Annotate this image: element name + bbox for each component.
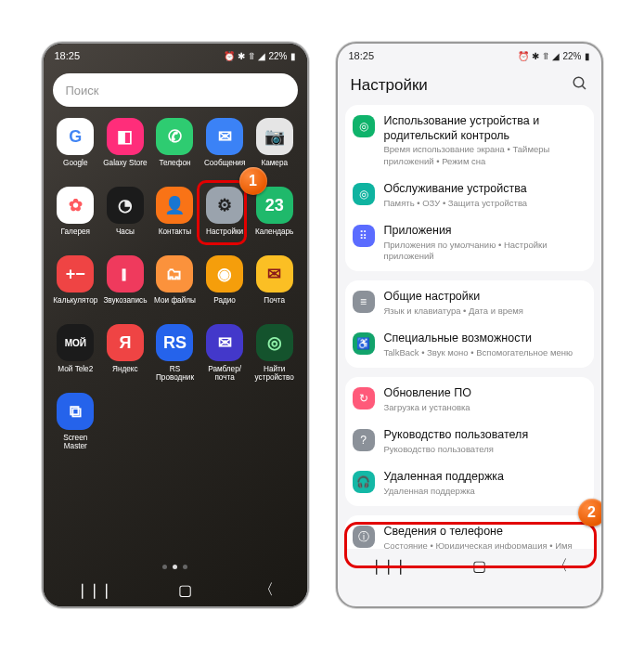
settings-item-icon: ≡ xyxy=(353,291,375,313)
settings-item-subtitle: Состояние • Юридическая информация • Имя… xyxy=(384,540,585,549)
settings-item-icon: ◎ xyxy=(353,115,375,137)
app-icon: 📷 xyxy=(256,118,293,155)
phone-home-screen: 18:25 ⏰ ✱ ⥣ ◢ 22% ▮ Поиск GGoogle◧Galaxy… xyxy=(42,42,309,608)
app-label: Мои файлы xyxy=(154,296,196,313)
app-label: Почта xyxy=(264,296,285,313)
app-почта[interactable]: ✉Почта xyxy=(250,252,300,315)
app-яндекс[interactable]: ЯЯндекс xyxy=(100,320,150,384)
app-label: Телефон xyxy=(160,159,191,176)
settings-item[interactable]: 🎧Удаленная поддержкаУдаленная поддержка xyxy=(345,462,594,504)
settings-item-subtitle: TalkBack • Звук моно • Вспомогательное м… xyxy=(384,347,585,358)
settings-item-subtitle: Время использование экрана • Таймеры при… xyxy=(384,144,585,167)
callout-1-badge: 1 xyxy=(239,167,267,195)
app-label: Календарь xyxy=(255,228,293,244)
android-navbar: ❘❘❘ ▢ 〈 xyxy=(44,573,307,606)
app-icon: RS xyxy=(156,324,193,361)
app-label: RS Проводник xyxy=(150,365,199,382)
settings-item-icon: ↻ xyxy=(353,387,375,410)
settings-item-icon: ? xyxy=(353,429,375,451)
settings-item-icon: ♿ xyxy=(353,332,375,355)
app-screen-master[interactable]: ⧉Screen Master xyxy=(51,389,101,452)
battery-percent: 22% xyxy=(268,51,287,61)
app-сообщения[interactable]: ✉Сообщения xyxy=(200,114,250,177)
bluetooth-icon: ✱ xyxy=(238,51,245,61)
settings-list[interactable]: ◎Использование устройства и родительский… xyxy=(338,105,601,549)
alarm-icon: ⏰ xyxy=(518,51,529,61)
settings-item-subtitle: Удаленная поддержка xyxy=(384,486,585,497)
app-радио[interactable]: ◉Радио xyxy=(200,252,250,315)
settings-item[interactable]: ?Руководство пользователяРуководство пол… xyxy=(345,421,594,462)
search-placeholder: Поиск xyxy=(66,84,99,98)
settings-item-title: Обслуживание устройства xyxy=(384,182,585,197)
app-icon: МОЙ xyxy=(57,324,94,361)
app-часы[interactable]: ◔Часы xyxy=(100,183,150,246)
app-найти-устройство[interactable]: ◎Найти устройство xyxy=(250,320,300,384)
settings-item[interactable]: ≡Общие настройкиЯзык и клавиатура • Дата… xyxy=(345,282,594,324)
svg-point-0 xyxy=(573,77,584,87)
settings-item-title: Удаленная поддержка xyxy=(384,470,585,485)
settings-item-subtitle: Память • ОЗУ • Защита устройства xyxy=(384,198,585,209)
app-галерея[interactable]: ✿Галерея xyxy=(51,183,101,246)
app-label: Звукозапись xyxy=(103,296,147,313)
back-button[interactable]: 〈 xyxy=(553,556,568,576)
app-мои-файлы[interactable]: 🗂Мои файлы xyxy=(150,252,200,315)
settings-card: ◎Использование устройства и родительский… xyxy=(345,105,594,271)
wifi-icon: ⥣ xyxy=(542,51,549,61)
settings-item-icon: ⓘ xyxy=(353,526,375,548)
app-rs-проводник[interactable]: RSRS Проводник xyxy=(150,320,200,384)
settings-item[interactable]: ⓘСведения о телефонеСостояние • Юридичес… xyxy=(345,517,594,549)
search-input[interactable]: Поиск xyxy=(53,73,298,107)
status-icons: ⏰ ✱ ⥣ ◢ 22% ▮ xyxy=(518,51,589,61)
app-google[interactable]: GGoogle xyxy=(51,114,101,177)
app-label: Найти устройство xyxy=(251,365,299,382)
phone-settings-screen: 18:25 ⏰ ✱ ⥣ ◢ 22% ▮ Настройки ◎Использов… xyxy=(336,42,603,608)
app-телефон[interactable]: ✆Телефон xyxy=(150,114,200,177)
home-button[interactable]: ▢ xyxy=(472,557,486,575)
status-time: 18:25 xyxy=(349,50,375,61)
settings-item[interactable]: ↻Обновление ПОЗагрузка и установка xyxy=(345,379,594,421)
app-icon: 🗂 xyxy=(156,255,193,292)
app-рамблер-почта[interactable]: ✉Рамблер/ почта xyxy=(200,320,250,384)
settings-item[interactable]: ⠿ПриложенияПриложения по умолчанию • Нас… xyxy=(345,216,594,269)
app-label: Рамблер/ почта xyxy=(200,365,249,382)
app-icon: G xyxy=(57,118,94,155)
search-icon[interactable] xyxy=(572,75,588,96)
settings-item-subtitle: Приложения по умолчанию • Настройки прил… xyxy=(384,240,585,263)
app-icon: 👤 xyxy=(156,187,193,224)
settings-item[interactable]: ◎Использование устройства и родительский… xyxy=(345,107,594,175)
app-icon: ✿ xyxy=(57,187,94,224)
settings-item-title: Использование устройства и родительский … xyxy=(384,114,585,143)
battery-percent: 22% xyxy=(562,51,581,61)
settings-item-subtitle: Руководство пользователя xyxy=(384,444,585,455)
app-label: Galaxy Store xyxy=(103,159,147,176)
app-настройки[interactable]: ⚙Настройки xyxy=(200,183,250,246)
app-калькулятор[interactable]: +−Калькулятор xyxy=(51,252,101,315)
app-icon: +− xyxy=(57,255,94,292)
settings-card: ↻Обновление ПОЗагрузка и установка?Руков… xyxy=(345,377,594,506)
back-button[interactable]: 〈 xyxy=(259,580,274,600)
bluetooth-icon: ✱ xyxy=(532,51,539,61)
app-мой-tele2[interactable]: МОЙМой Tele2 xyxy=(51,320,101,384)
page-dots[interactable] xyxy=(44,559,307,573)
settings-card: ≡Общие настройкиЯзык и клавиатура • Дата… xyxy=(345,280,594,368)
app-label: Сообщения xyxy=(204,159,245,176)
settings-item[interactable]: ♿Специальные возможностиTalkBack • Звук … xyxy=(345,324,594,366)
settings-item-subtitle: Язык и клавиатура • Дата и время xyxy=(384,306,585,317)
signal-icon: ◢ xyxy=(258,51,265,61)
app-контакты[interactable]: 👤Контакты xyxy=(150,183,200,246)
app-galaxy-store[interactable]: ◧Galaxy Store xyxy=(100,114,150,177)
settings-item-title: Руководство пользователя xyxy=(384,428,585,443)
app-icon: ✉ xyxy=(206,324,243,361)
recents-button[interactable]: ❘❘❘ xyxy=(370,557,406,575)
status-time: 18:25 xyxy=(55,50,81,61)
recents-button[interactable]: ❘❘❘ xyxy=(76,581,112,599)
settings-item[interactable]: ◎Обслуживание устройстваПамять • ОЗУ • З… xyxy=(345,175,594,216)
app-icon: ✉ xyxy=(256,255,293,292)
settings-item-icon: ⠿ xyxy=(353,225,375,247)
settings-item-title: Сведения о телефоне xyxy=(384,525,585,540)
home-button[interactable]: ▢ xyxy=(178,581,192,599)
status-bar: 18:25 ⏰ ✱ ⥣ ◢ 22% ▮ xyxy=(44,44,307,68)
app-icon: ◧ xyxy=(107,118,144,155)
app-звукозапись[interactable]: ⫿Звукозапись xyxy=(100,252,150,315)
settings-card: ⓘСведения о телефонеСостояние • Юридичес… xyxy=(345,515,594,549)
